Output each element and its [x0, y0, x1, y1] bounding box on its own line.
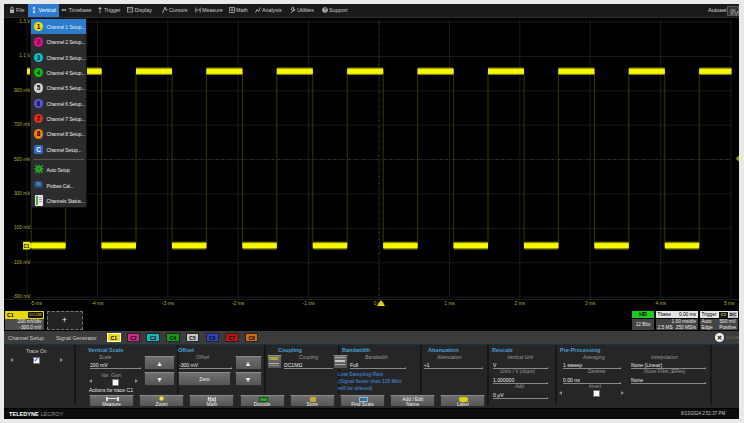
- svg-text:C1: C1: [24, 244, 30, 249]
- svg-text:?: ?: [323, 7, 326, 12]
